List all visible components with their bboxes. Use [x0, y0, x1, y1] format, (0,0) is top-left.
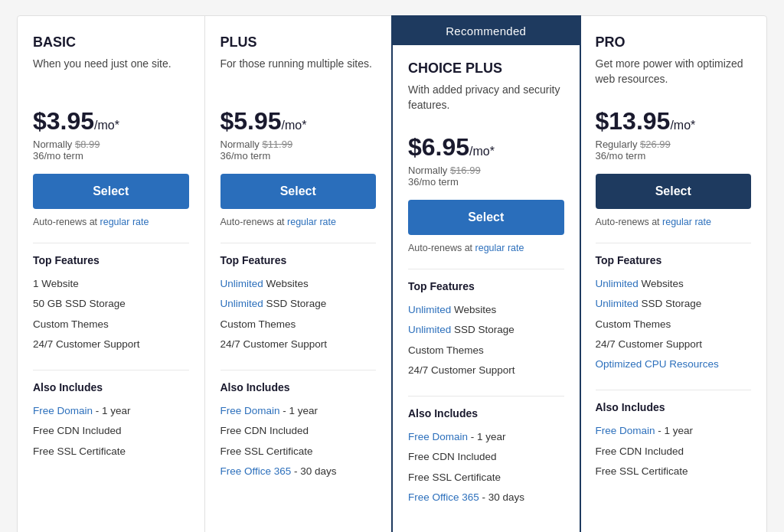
price-main: $6.95/mo*: [408, 133, 495, 161]
regular-rate-link[interactable]: regular rate: [100, 217, 149, 227]
plan-plus: PLUSFor those running multiple sites. $5…: [205, 16, 393, 532]
divider: [596, 243, 752, 243]
include-link[interactable]: Free Domain: [220, 405, 280, 416]
feature-item: 24/7 Customer Support: [408, 361, 564, 380]
include-item: Free CDN Included: [408, 447, 564, 467]
divider: [33, 370, 189, 370]
top-features-list: Unlimited WebsitesUnlimited SSD StorageC…: [596, 274, 752, 374]
plan-name: PLUS: [220, 34, 377, 51]
feature-link[interactable]: Unlimited: [220, 278, 263, 289]
include-item: Free Domain - 1 year: [220, 401, 377, 421]
feature-link[interactable]: Unlimited: [408, 304, 451, 315]
feature-item: Custom Themes: [220, 315, 377, 335]
price-normal: Normally $8.99: [33, 139, 189, 150]
regular-rate-link[interactable]: regular rate: [475, 243, 524, 253]
feature-item: 1 Website: [33, 274, 189, 294]
auto-renew-text: Auto-renews at regular rate: [33, 217, 189, 227]
feature-item: Optimized CPU Resources: [596, 354, 752, 374]
include-item: Free Office 365 - 30 days: [408, 488, 564, 508]
top-features-title: Top Features: [220, 254, 377, 266]
plan-desc: Get more power with optimized web resour…: [596, 57, 752, 95]
include-link[interactable]: Free Domain: [596, 425, 655, 436]
plan-basic: BASICWhen you need just one site. $3.95/…: [18, 16, 205, 532]
include-item: Free CDN Included: [596, 442, 752, 462]
price-main: $13.95/mo*: [596, 107, 696, 135]
feature-item: 50 GB SSD Storage: [33, 294, 189, 314]
price-term: 36/mo term: [596, 150, 752, 162]
top-features-title: Top Features: [596, 254, 752, 266]
feature-item: Custom Themes: [33, 315, 189, 335]
top-features-list: Unlimited WebsitesUnlimited SSD StorageC…: [220, 274, 377, 354]
auto-renew-text: Auto-renews at regular rate: [408, 243, 564, 253]
select-button[interactable]: Select: [220, 174, 377, 209]
plan-name: CHOICE PLUS: [408, 60, 564, 77]
also-includes-list: Free Domain - 1 yearFree CDN IncludedFre…: [33, 401, 189, 462]
price-term: 36/mo term: [33, 150, 189, 162]
also-includes-title: Also Includes: [596, 401, 752, 413]
price-block: $5.95/mo*: [220, 107, 377, 135]
include-link[interactable]: Free Office 365: [220, 465, 292, 477]
include-item: Free CDN Included: [220, 421, 377, 441]
feature-item: Unlimited SSD Storage: [220, 294, 377, 314]
divider: [220, 243, 377, 243]
feature-item: Unlimited Websites: [220, 274, 377, 294]
regular-rate-link[interactable]: regular rate: [662, 217, 711, 227]
plan-desc: With added privacy and security features…: [408, 83, 564, 121]
also-includes-list: Free Domain - 1 yearFree CDN IncludedFre…: [408, 427, 564, 508]
plan-name: PRO: [596, 34, 752, 51]
include-item: Free Domain - 1 year: [408, 427, 564, 447]
also-includes-title: Also Includes: [408, 407, 564, 419]
include-link[interactable]: Free Office 365: [408, 491, 479, 503]
feature-item: Custom Themes: [408, 341, 564, 361]
feature-item: Unlimited Websites: [596, 274, 752, 294]
feature-item: 24/7 Customer Support: [33, 335, 189, 354]
plan-name: BASIC: [33, 34, 189, 51]
price-normal: Regularly $26.99: [596, 139, 752, 150]
auto-renew-text: Auto-renews at regular rate: [220, 217, 377, 227]
also-includes-list: Free Domain - 1 yearFree CDN IncludedFre…: [596, 421, 752, 481]
include-link[interactable]: Free Domain: [33, 405, 93, 416]
plan-desc: When you need just one site.: [33, 57, 189, 95]
include-item: Free Domain - 1 year: [596, 421, 752, 441]
include-item: Free Domain - 1 year: [33, 401, 189, 421]
top-features-list: Unlimited WebsitesUnlimited SSD StorageC…: [408, 300, 564, 380]
divider: [596, 390, 752, 390]
top-features-title: Top Features: [408, 280, 564, 292]
regular-rate-link[interactable]: regular rate: [287, 217, 336, 227]
select-button[interactable]: Select: [408, 200, 564, 235]
top-features-list: 1 Website50 GB SSD StorageCustom Themes2…: [33, 274, 189, 354]
price-block: $6.95/mo*: [408, 133, 564, 162]
price-main: $5.95/mo*: [220, 107, 307, 135]
include-item: Free Office 365 - 30 days: [220, 462, 377, 481]
also-includes-list: Free Domain - 1 yearFree CDN IncludedFre…: [220, 401, 377, 481]
include-item: Free SSL Certificate: [33, 442, 189, 462]
include-link[interactable]: Free Domain: [408, 431, 468, 442]
feature-link[interactable]: Unlimited: [596, 298, 639, 309]
select-button[interactable]: Select: [33, 174, 189, 209]
feature-item: Unlimited Websites: [408, 300, 564, 320]
select-button[interactable]: Select: [596, 174, 752, 209]
plan-pro: PROGet more power with optimized web res…: [580, 16, 767, 532]
include-item: Free SSL Certificate: [596, 462, 752, 481]
price-block: $13.95/mo*: [596, 107, 752, 135]
feature-link[interactable]: Unlimited: [408, 324, 451, 335]
price-normal: Normally $11.99: [220, 139, 377, 150]
feature-link[interactable]: Unlimited: [596, 278, 639, 289]
price-block: $3.95/mo*: [33, 107, 189, 135]
divider: [408, 396, 564, 397]
feature-link[interactable]: Optimized CPU Resources: [596, 358, 719, 370]
price-main: $3.95/mo*: [33, 107, 119, 135]
divider: [408, 269, 564, 269]
price-term: 36/mo term: [408, 176, 564, 188]
feature-link[interactable]: Unlimited: [220, 298, 263, 309]
auto-renew-text: Auto-renews at regular rate: [596, 217, 752, 227]
divider: [33, 243, 189, 243]
plan-desc: For those running multiple sites.: [220, 57, 377, 95]
recommended-badge: Recommended: [393, 17, 580, 45]
feature-item: Custom Themes: [596, 315, 752, 335]
divider: [220, 370, 377, 370]
include-item: Free SSL Certificate: [220, 442, 377, 462]
also-includes-title: Also Includes: [33, 381, 189, 393]
include-item: Free CDN Included: [33, 421, 189, 441]
feature-item: Unlimited SSD Storage: [596, 294, 752, 314]
